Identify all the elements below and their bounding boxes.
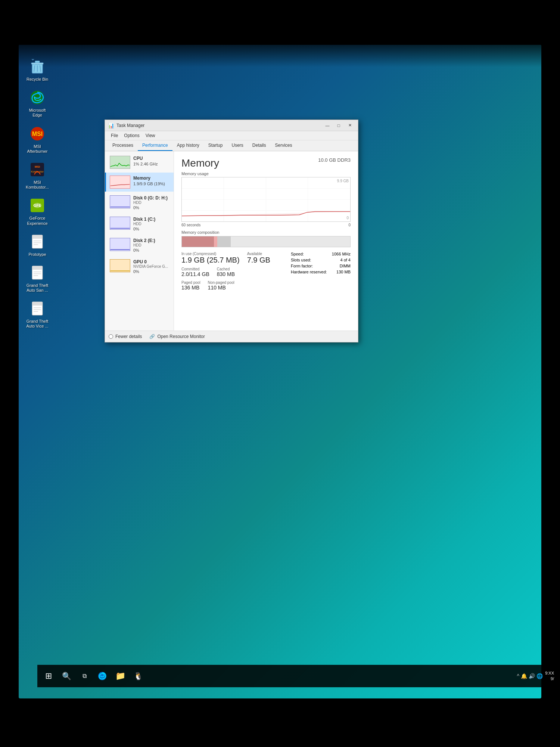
disk0-value: 0%: [133, 205, 170, 210]
tab-startup[interactable]: Startup: [204, 140, 227, 151]
tray-network[interactable]: 🌐: [536, 673, 543, 679]
tab-app-history[interactable]: App history: [172, 140, 204, 151]
slots-label: Slots used:: [291, 258, 311, 262]
stat-non-paged-pool: Non-paged pool 110 MB: [208, 280, 234, 291]
svg-rect-20: [32, 266, 43, 270]
memory-graph-area: 9.9 GB 0: [181, 177, 351, 222]
gpu0-name: GPU 0: [133, 259, 170, 264]
svg-text:MSI: MSI: [35, 165, 40, 168]
sidebar-item-cpu[interactable]: CPU 1% 2.46 GHz: [105, 153, 174, 172]
system-tray: ^ 🔔 🔊 🌐: [517, 673, 543, 679]
task-manager-titlebar[interactable]: 📊 Task Manager — □ ✕: [105, 120, 358, 131]
graph-x-label: 60 seconds 0: [181, 223, 351, 227]
menu-view[interactable]: View: [143, 132, 158, 139]
menu-options[interactable]: Options: [121, 132, 142, 139]
extra-taskbar-icon[interactable]: 🐧: [130, 668, 146, 684]
resource-monitor-icon: 🔗: [149, 334, 155, 339]
sidebar-item-gpu0[interactable]: GPU 0 NVIDIA GeForce G... 0%: [105, 256, 174, 277]
hardware-reserved-value: 130 MB: [336, 270, 351, 274]
performance-sidebar: CPU 1% 2.46 GHz Memory: [105, 151, 174, 331]
stat-committed: Committed 2.0/11.4 GB: [181, 267, 209, 278]
task-manager-content: CPU 1% 2.46 GHz Memory: [105, 151, 358, 331]
recycle-bin-icon-container[interactable]: Recycle Bin: [22, 56, 52, 83]
stat-cached: Cached 830 MB: [217, 267, 235, 278]
tab-users[interactable]: Users: [227, 140, 248, 151]
non-paged-pool-value: 110 MB: [208, 285, 234, 291]
comp-modified: [214, 236, 217, 247]
speed-value: 1066 MHz: [332, 252, 351, 256]
stat-paged-pool: Paged pool 136 MB: [181, 280, 200, 291]
sidebar-item-disk1[interactable]: Disk 1 (C:) HDD 0%: [105, 214, 174, 234]
gta-san-label: Grand Theft Auto San ...: [24, 283, 51, 293]
slots-value: 4 of 4: [340, 258, 351, 262]
microsoft-edge-icon-container[interactable]: Microsoft Edge: [22, 87, 52, 119]
cpu-mini-graph: [110, 156, 130, 169]
tray-chevron[interactable]: ^: [517, 673, 520, 679]
edge-taskbar-icon[interactable]: [94, 668, 111, 684]
desktop: Recycle Bin Microsoft Edge MSI MSI Aft: [19, 45, 541, 698]
paged-pool-label: Paged pool: [181, 280, 200, 285]
sidebar-item-disk2[interactable]: Disk 2 (E:) HDD 0%: [105, 235, 174, 255]
comp-free: [231, 236, 350, 247]
memory-stats-area: In use (Compressed) 1.9 GB (25.7 MB) Ava…: [181, 252, 351, 291]
paged-pool-value: 136 MB: [181, 285, 200, 291]
close-button[interactable]: ✕: [345, 121, 355, 130]
search-button[interactable]: 🔍: [58, 668, 75, 684]
open-resource-monitor-label: Open Resource Monitor: [157, 334, 205, 339]
disk2-subname: HDD: [133, 243, 170, 247]
spec-form-factor: Form factor: DIMM: [291, 264, 351, 268]
memory-title: Memory: [181, 157, 219, 169]
start-button[interactable]: ⊞: [40, 668, 57, 684]
window-controls: — □ ✕: [322, 121, 355, 130]
disk0-info: Disk 0 (G: D: H:) HDD 0%: [133, 195, 170, 210]
available-value: 7.9 GB: [247, 256, 270, 264]
stats-row2: Committed 2.0/11.4 GB Cached 830 MB: [181, 267, 283, 278]
msi-afterburner-icon-container[interactable]: MSI MSI Afterburner: [22, 123, 52, 155]
tab-processes[interactable]: Processes: [108, 140, 138, 151]
svg-rect-2: [35, 61, 40, 63]
tab-details[interactable]: Details: [248, 140, 271, 151]
sidebar-item-disk0[interactable]: Disk 0 (G: D: H:) HDD 0%: [105, 192, 174, 213]
open-resource-monitor-button[interactable]: 🔗 Open Resource Monitor: [149, 334, 205, 339]
gta-vice-icon-container[interactable]: Grand Theft Auto Vice ...: [22, 298, 52, 330]
fewer-details-button[interactable]: Fewer details: [109, 334, 142, 339]
microsoft-edge-icon: [28, 89, 46, 106]
memory-right-specs: Speed: 1066 MHz Slots used: 4 of 4 Form …: [291, 252, 351, 291]
minimize-button[interactable]: —: [322, 121, 333, 130]
memory-composition-bar: [181, 236, 351, 247]
taskbar-clock[interactable]: 9:XX 9/: [545, 670, 554, 682]
memory-value: 1.9/9.9 GB (19%): [133, 182, 170, 186]
gpu0-mini-graph: [110, 259, 130, 272]
tab-services[interactable]: Services: [271, 140, 297, 151]
explorer-taskbar-icon[interactable]: 📁: [112, 668, 128, 684]
tray-notification[interactable]: 🔔: [521, 673, 527, 679]
spec-speed: Speed: 1066 MHz: [291, 252, 351, 256]
gta-san-icon: [28, 264, 46, 282]
gta-san-icon-container[interactable]: Grand Theft Auto San ...: [22, 262, 52, 294]
geforce-experience-icon-container[interactable]: GFE GeForce Experience: [22, 195, 52, 227]
task-view-button[interactable]: ⧉: [76, 668, 93, 684]
memory-detail-header: Memory 10.0 GB DDR3: [181, 157, 351, 169]
maximize-button[interactable]: □: [333, 121, 344, 130]
form-factor-label: Form factor:: [291, 264, 313, 268]
geforce-experience-label: GeForce Experience: [24, 216, 51, 226]
disk1-info: Disk 1 (C:) HDD 0%: [133, 217, 170, 231]
disk1-mini-graph: [110, 217, 130, 230]
prototype-icon-container[interactable]: Prototype: [22, 231, 52, 258]
menu-file[interactable]: File: [108, 132, 121, 139]
hardware-reserved-label: Hardware reserved:: [291, 270, 327, 274]
msi-kombustor-icon: MSI Kombustor: [28, 161, 46, 179]
tray-volume[interactable]: 🔊: [529, 673, 535, 679]
stat-in-use: In use (Compressed) 1.9 GB (25.7 MB): [181, 252, 240, 264]
form-factor-value: DIMM: [340, 264, 351, 268]
task-manager-tabs: Processes Performance App history Startu…: [105, 140, 358, 151]
tab-performance[interactable]: Performance: [138, 140, 172, 151]
memory-left-stats: In use (Compressed) 1.9 GB (25.7 MB) Ava…: [181, 252, 283, 291]
sidebar-item-memory[interactable]: Memory 1.9/9.9 GB (19%): [105, 173, 174, 192]
task-manager-icon: 📊: [108, 123, 114, 128]
comp-in-use: [182, 236, 214, 247]
cpu-value: 1% 2.46 GHz: [133, 162, 170, 166]
spec-slots: Slots used: 4 of 4: [291, 258, 351, 262]
msi-kombustor-icon-container[interactable]: MSI Kombustor MSI Kombustor...: [22, 159, 52, 191]
msi-afterburner-icon: MSI: [28, 125, 46, 143]
